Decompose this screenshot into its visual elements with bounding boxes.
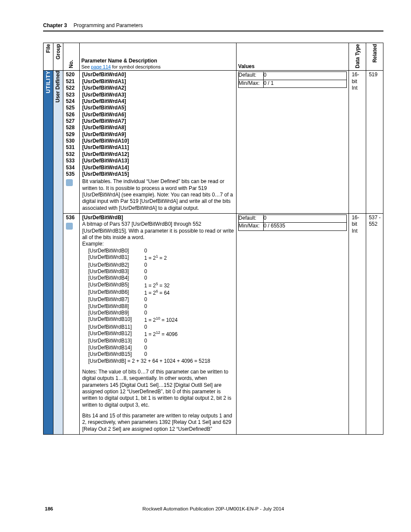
link-icon bbox=[66, 223, 73, 230]
chapter-title: Programming and Parameters bbox=[74, 22, 143, 28]
col-no: No. bbox=[63, 43, 80, 71]
row1-values: Default:0 Min/Max:0 / 1 bbox=[236, 71, 349, 214]
col-values: Values bbox=[236, 43, 349, 71]
chapter-label: Chapter 3 bbox=[43, 22, 67, 28]
col-group: Group bbox=[53, 43, 63, 71]
row2-desc: [UsrDefBitWrdB] A bitmap of Pars 537 [Us… bbox=[79, 214, 236, 435]
link-icon bbox=[66, 179, 73, 186]
row2-values: Default:0 Min/Max:0 / 65535 bbox=[236, 214, 349, 435]
row2-number: 536 bbox=[63, 214, 80, 435]
row1-related: 519 bbox=[366, 71, 383, 214]
page-number: 186 bbox=[45, 506, 53, 511]
row2-dtype: 16-bitInt bbox=[349, 214, 366, 435]
symbol-desc-link[interactable]: page 114 bbox=[91, 64, 111, 69]
row1-numbers: 5205215225235245255265275285295305315325… bbox=[63, 71, 80, 214]
publication-id: Rockwell Automation Publication 20P-UM00… bbox=[43, 506, 383, 511]
page-footer: 186 Rockwell Automation Publication 20P-… bbox=[43, 506, 383, 511]
row1-dtype: 16-bitInt bbox=[349, 71, 366, 214]
col-desc: Parameter Name & Description See page 11… bbox=[79, 43, 236, 71]
file-label-cell: UTILITY bbox=[44, 71, 53, 435]
row1-desc: [UsrDefBitWrdA0][UsrDefBitWrdA1][UsrDefB… bbox=[79, 71, 236, 214]
page-header: Chapter 3 Programming and Parameters bbox=[43, 22, 383, 31]
col-file: File bbox=[44, 43, 53, 71]
col-datatype: Data Type bbox=[349, 43, 366, 71]
group-label-cell: User Defined bbox=[53, 71, 63, 435]
parameter-table: File Group No. Parameter Name & Descript… bbox=[43, 43, 383, 435]
col-related: Related bbox=[366, 43, 383, 71]
row2-related: 537 - 552 bbox=[366, 214, 383, 435]
